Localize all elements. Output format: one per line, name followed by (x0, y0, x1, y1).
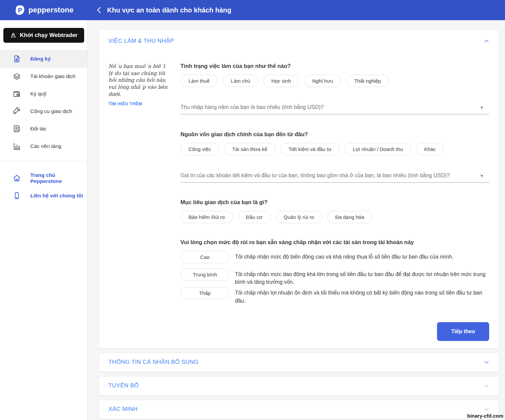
option-quan-ly-rui-ro[interactable]: Quản lý rủi ro (276, 211, 322, 223)
risk-low-button[interactable]: Thấp (180, 287, 229, 299)
launch-webtrader-button[interactable]: Khởi chạy Webtrader (3, 28, 84, 43)
sidebar: Khởi chạy Webtrader Đăng ký Tài khoản gi… (0, 20, 88, 420)
objective-options: Bảo hiểm Rủi ro Đầu cơ Quản lý rủi ro Đa… (180, 211, 489, 223)
contacts-icon (13, 125, 21, 133)
section-title: TUYÊN BỐ (108, 382, 139, 389)
next-button[interactable]: Tiếp theo (437, 322, 489, 341)
question-objective: Mục tiêu giao dịch của bạn là gì? (180, 199, 489, 205)
svg-text:P: P (18, 7, 22, 14)
section-employment-income: VIỆC LÀM & THU NHẬP Nê´u bạn muô´n biê´t… (99, 29, 499, 348)
sidebar-item-home[interactable]: Trang chủ Pepperstone (0, 169, 87, 187)
phone-icon (13, 192, 21, 200)
launch-webtrader-label: Khởi chạy Webtrader (20, 32, 77, 39)
savings-value-select[interactable]: Giá trị của các khoản tiết kiệm và đầu t… (180, 173, 489, 183)
side-note: Nê´u bạn muô´n biê´t lý do tại sao chúng… (108, 63, 171, 341)
back-icon[interactable] (97, 7, 103, 13)
option-nghi-huu[interactable]: Nghỉ hưu (304, 75, 341, 87)
employment-options: Làm thuê Làm chủ Học sinh Nghỉ hưu Thất … (180, 75, 489, 87)
option-lam-thue[interactable]: Làm thuê (180, 75, 218, 87)
page-title: Khu vực an toàn dành cho khách hàng (107, 6, 231, 14)
option-thua-ke[interactable]: Tài sản thừa kế (224, 143, 275, 155)
chevron-down-icon[interactable] (484, 359, 489, 365)
option-tiet-kiem[interactable]: Tiết kiệm và đầu tư (280, 143, 340, 155)
risk-option-low: Thấp Tôi chấp nhận lợi nhuận ổn định và … (180, 287, 489, 304)
sidebar-item-ky-quy[interactable]: Ký quỹ (0, 85, 87, 103)
option-dau-co[interactable]: Đầu cơ (238, 211, 271, 223)
question-funds-source: Nguồn vốn giao dịch chính của bạn đến từ… (180, 131, 489, 138)
document-icon (13, 55, 21, 63)
wallet-icon (13, 90, 21, 98)
wrench-icon (13, 107, 21, 115)
question-employment: Tình trạng việc làm của bạn như thế nào? (180, 63, 489, 69)
risk-option-medium: Trung bình Tôi chấp nhận mức dao động kh… (180, 268, 489, 286)
sidebar-item-label: Công cụ giao dịch (30, 108, 72, 114)
risk-medium-description: Tôi chấp nhận mức dao động khá lớn trong… (235, 268, 489, 286)
option-lam-chu[interactable]: Làm chủ (223, 75, 259, 87)
layers-icon (13, 72, 21, 80)
savings-value-select-label: Giá trị của các khoản tiết kiệm và đầu t… (180, 173, 449, 178)
sidebar-item-dang-ky[interactable]: Đăng ký (0, 50, 87, 68)
annual-income-select-label: Thu nhập hàng năm của bạn là bao nhiêu (… (180, 104, 324, 110)
brand-logo-text: pepperstone (28, 6, 73, 14)
side-note-text: Nê´u bạn muô´n biê´t lý do tại sao chúng… (108, 63, 171, 98)
risk-low-description: Tôi chấp nhận lợi nhuận ổn định và tối t… (235, 287, 489, 304)
sidebar-item-label: Tài khoản giao dịch (30, 73, 75, 79)
chevron-down-icon[interactable] (484, 407, 489, 412)
sidebar-item-label: Các nền tảng (30, 143, 61, 149)
learn-more-link[interactable]: TÌM HIỂU THÊM (108, 102, 142, 106)
header-main: Khu vực an toàn dành cho khách hàng (88, 0, 505, 20)
option-da-dang-hoa[interactable]: Đa dạng hóa (327, 211, 372, 223)
sidebar-item-label: Đăng ký (30, 56, 50, 62)
sidebar-divider (0, 161, 87, 161)
sidebar-item-doi-tac[interactable]: Đối tác (0, 120, 87, 138)
option-loi-nhuan[interactable]: Lợi nhuận / Doanh thu (345, 143, 411, 155)
brand-logo[interactable]: P pepperstone (0, 0, 88, 20)
option-hoc-sinh[interactable]: Học sinh (263, 75, 299, 87)
option-cong-viec[interactable]: Công việc (180, 143, 219, 155)
annual-income-select[interactable]: Thu nhập hàng năm của bạn là bao nhiêu (… (180, 104, 489, 114)
home-icon (13, 174, 21, 182)
sidebar-item-label: Trang chủ Pepperstone (30, 172, 87, 184)
risk-high-button[interactable]: Cao (180, 251, 229, 263)
pepperstone-mark-icon: P (14, 4, 25, 16)
section-title: THÔNG TIN CÁ NHÂN BỔ SUNG (108, 359, 199, 366)
sidebar-item-contact[interactable]: Liên hệ với chúng tôi (0, 187, 87, 204)
option-khac[interactable]: Khác (416, 143, 444, 155)
risk-medium-button[interactable]: Trung bình (180, 268, 229, 281)
main-content: VIỆC LÀM & THU NHẬP Nê´u bạn muô´n biê´t… (88, 20, 505, 420)
sidebar-item-label: Liên hệ với chúng tôi (30, 193, 83, 199)
section-additional-personal-info[interactable]: THÔNG TIN CÁ NHÂN BỔ SUNG (99, 353, 499, 372)
risk-high-description: Tôi chấp nhận mức độ biến động cao và kh… (235, 251, 453, 261)
sidebar-item-cong-cu[interactable]: Công cụ giao dịch (0, 103, 87, 120)
section-declaration[interactable]: TUYÊN BỐ (99, 376, 499, 395)
sidebar-item-tai-khoan[interactable]: Tài khoản giao dịch (0, 68, 87, 85)
sidebar-item-nen-tang[interactable]: Các nền tảng (0, 138, 87, 155)
question-risk: Vui lòng chọn mức độ rủi ro bạn sẵn sàng… (180, 239, 489, 245)
rocket-icon (10, 32, 16, 39)
bar-chart-icon (13, 142, 21, 150)
chevron-up-icon[interactable] (484, 38, 489, 44)
dropdown-arrow-icon: ▼ (480, 105, 484, 110)
sidebar-item-label: Đối tác (30, 126, 46, 132)
section-title: XÁC MINH (108, 406, 137, 413)
dropdown-arrow-icon: ▼ (480, 174, 484, 178)
funds-options: Công việc Tài sản thừa kế Tiết kiệm và đ… (180, 143, 489, 155)
top-header: P pepperstone Khu vực an toàn dành cho k… (0, 0, 505, 20)
section-verification[interactable]: XÁC MINH (99, 400, 499, 419)
sidebar-item-label: Ký quỹ (30, 91, 46, 97)
chevron-down-icon[interactable] (484, 383, 489, 388)
section-title: VIỆC LÀM & THU NHẬP (108, 38, 174, 44)
app-window: P pepperstone Khu vực an toàn dành cho k… (0, 0, 505, 420)
option-bao-hiem[interactable]: Bảo hiểm Rủi ro (180, 211, 233, 223)
watermark: binary-cfd.com (467, 413, 503, 419)
risk-option-high: Cao Tôi chấp nhận mức độ biến động cao v… (180, 251, 489, 263)
option-that-nghiep[interactable]: Thất nghiệp (346, 75, 389, 87)
